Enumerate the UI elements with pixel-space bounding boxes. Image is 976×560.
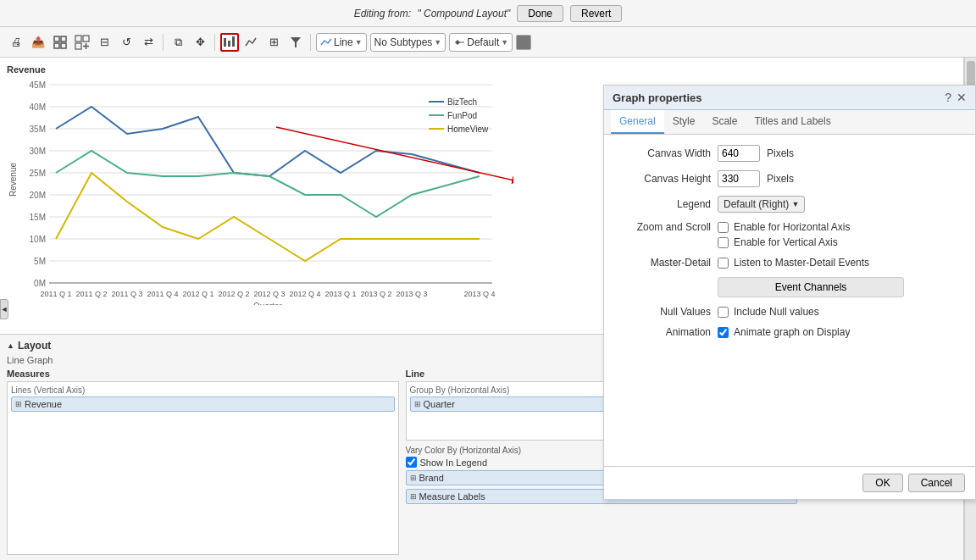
canvas-width-input[interactable] xyxy=(718,145,760,162)
svg-rect-0 xyxy=(54,36,59,42)
default-arrow: ▼ xyxy=(501,38,508,47)
measure-labels-icon: ⊞ xyxy=(410,492,417,501)
props-body: Canvas Width Pixels Canvas Height Pixels… xyxy=(604,135,975,466)
collapse-left-btn[interactable]: ◄ xyxy=(0,299,8,319)
props-title: Graph properties xyxy=(613,91,702,104)
svg-text:FunPod: FunPod xyxy=(447,111,477,120)
sep3 xyxy=(310,34,311,51)
svg-text:5M: 5M xyxy=(34,257,46,266)
show-legend-checkbox[interactable] xyxy=(406,457,417,468)
print-icon[interactable]: 🖨 xyxy=(7,33,25,52)
color-swatch[interactable] xyxy=(516,35,531,50)
grid-icon[interactable]: ⊞ xyxy=(264,33,283,52)
zoom-h-row: Enable for Horizontal Axis xyxy=(718,221,850,233)
svg-text:45M: 45M xyxy=(30,80,46,90)
chart-line-dropdown[interactable]: Line ▼ xyxy=(316,33,367,52)
layout-title: Layout xyxy=(18,340,51,352)
subtypes-arrow: ▼ xyxy=(434,38,441,47)
canvas-width-unit: Pixels xyxy=(767,147,794,159)
master-detail-row: Master-Detail Listen to Master-Detail Ev… xyxy=(618,257,962,269)
props-header-icons: ? ✕ xyxy=(945,91,967,104)
svg-rect-2 xyxy=(54,43,59,48)
show-legend-label: Show In Legend xyxy=(420,457,488,468)
svg-text:10M: 10M xyxy=(30,235,46,244)
revenue-item[interactable]: ⊞ Revenue xyxy=(11,396,395,412)
lines-label: Lines (Vertical Axis) xyxy=(11,385,395,395)
x-axis-label: Quarter xyxy=(253,302,283,305)
zoom-h-label: Enable for Horizontal Axis xyxy=(734,221,850,233)
chart-type-icon[interactable] xyxy=(220,33,239,52)
done-button[interactable]: Done xyxy=(517,5,563,22)
svg-text:2013 Q 1: 2013 Q 1 xyxy=(324,290,356,298)
svg-text:BizTech: BizTech xyxy=(447,97,477,107)
switch-view-icon[interactable]: ⇄ xyxy=(139,33,158,52)
svg-rect-10 xyxy=(228,41,230,47)
tab-style[interactable]: Style xyxy=(664,110,704,134)
canvas-height-unit: Pixels xyxy=(767,173,794,185)
filter-icon[interactable] xyxy=(286,33,305,52)
subtypes-dropdown[interactable]: No Subtypes ▼ xyxy=(370,33,446,52)
svg-rect-9 xyxy=(224,38,226,47)
svg-rect-11 xyxy=(232,36,235,47)
line-chart-svg: 45M 40M 35M 30M 25M 20M 15M xyxy=(22,76,513,305)
tab-titles-labels[interactable]: Titles and Labels xyxy=(746,110,839,134)
view-icon[interactable] xyxy=(51,33,69,52)
remove-view-icon[interactable]: ⊟ xyxy=(95,33,114,52)
props-footer: OK Cancel xyxy=(604,466,975,499)
svg-rect-6 xyxy=(75,43,81,49)
props-tabs: General Style Scale Titles and Labels xyxy=(604,110,975,135)
funpod-line xyxy=(56,151,480,217)
null-values-checkbox[interactable] xyxy=(718,307,729,318)
default-dropdown[interactable]: Default ▼ xyxy=(449,33,513,52)
editing-text: Editing from: " Compound Layout" xyxy=(354,8,511,19)
move-icon[interactable]: ✥ xyxy=(191,33,209,52)
ok-button[interactable]: OK xyxy=(862,474,902,492)
measures-drop-zone[interactable]: Lines (Vertical Axis) ⊞ Revenue xyxy=(7,381,399,555)
svg-text:25M: 25M xyxy=(30,169,46,178)
svg-text:2012 Q 4: 2012 Q 4 xyxy=(289,290,320,298)
svg-text:2011 Q 3: 2011 Q 3 xyxy=(111,290,142,298)
master-detail-label: Master-Detail xyxy=(618,257,711,269)
canvas-height-row: Canvas Height Pixels xyxy=(618,170,962,187)
animation-check-row: Animate graph on Display xyxy=(718,326,850,338)
cancel-button[interactable]: Cancel xyxy=(908,474,965,492)
chart-legend: BizTech FunPod HomeView xyxy=(429,97,489,134)
null-values-check-row: Include Null values xyxy=(718,306,819,318)
legend-dropdown[interactable]: Default (Right) ▼ xyxy=(718,196,805,213)
canvas-width-label: Canvas Width xyxy=(618,147,711,159)
close-icon[interactable]: ✕ xyxy=(957,91,967,104)
refresh-icon[interactable]: ↺ xyxy=(117,33,136,52)
null-values-label: Null Values xyxy=(618,306,711,318)
bar-chart-icon[interactable] xyxy=(242,33,261,52)
biztech-line xyxy=(56,107,480,176)
event-channels-btn[interactable]: Event Channels xyxy=(718,277,904,297)
duplicate-icon[interactable]: ⧉ xyxy=(169,33,187,52)
svg-text:2011 Q 2: 2011 Q 2 xyxy=(75,290,107,298)
svg-text:2013 Q 4: 2013 Q 4 xyxy=(463,290,495,298)
line-label: Line xyxy=(334,36,353,48)
zoom-v-row: Enable for Vertical Axis xyxy=(718,236,850,248)
measure-labels-label: Measure Labels xyxy=(419,491,485,502)
help-icon[interactable]: ? xyxy=(945,91,951,104)
revert-button[interactable]: Revert xyxy=(570,5,622,22)
chart-title: Revenue xyxy=(7,64,957,75)
layout-triangle: ▲ xyxy=(7,341,14,350)
editing-from-label: Editing from: xyxy=(354,8,411,19)
zoom-scroll-label: Zoom and Scroll xyxy=(618,221,711,233)
master-detail-checkbox[interactable] xyxy=(718,258,729,269)
add-view-icon[interactable] xyxy=(73,33,92,52)
sep2 xyxy=(214,34,215,51)
zoom-h-checkbox[interactable] xyxy=(718,222,729,233)
legend-arrow: ▼ xyxy=(791,200,799,208)
zoom-v-checkbox[interactable] xyxy=(718,237,729,248)
export-icon[interactable]: 📤 xyxy=(29,33,47,52)
svg-text:15M: 15M xyxy=(30,213,46,222)
event-channels-row: Event Channels xyxy=(618,277,962,297)
canvas-height-input[interactable] xyxy=(718,170,760,187)
tab-scale[interactable]: Scale xyxy=(703,110,746,134)
animation-checkbox[interactable] xyxy=(718,327,729,338)
legend-row: Legend Default (Right) ▼ xyxy=(618,196,962,213)
scrollbar-thumb[interactable] xyxy=(967,61,975,86)
tab-general[interactable]: General xyxy=(611,110,664,134)
svg-text:0M: 0M xyxy=(34,279,46,288)
